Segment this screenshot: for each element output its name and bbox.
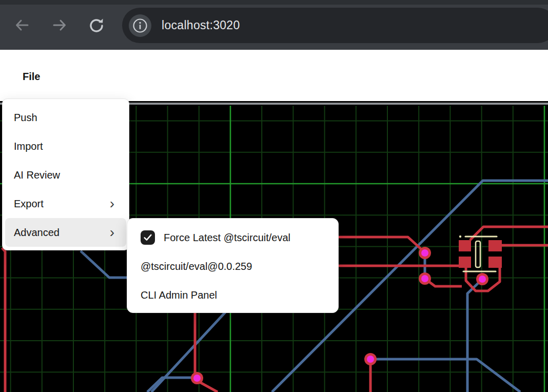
browser-toolbar: localhost:3020 xyxy=(0,0,548,50)
silkscreen-dot xyxy=(459,236,461,238)
menu-item-import[interactable]: Import xyxy=(5,132,126,161)
site-info-button[interactable] xyxy=(129,14,151,37)
menu-item-push[interactable]: Push xyxy=(5,103,126,132)
submenu-item-cli-admin-panel[interactable]: CLI Admin Panel xyxy=(127,281,338,309)
menu-item-label: Advanced xyxy=(14,227,60,239)
submenu-item-label: @tscircuit/eval@0.0.259 xyxy=(141,261,252,272)
menu-item-advanced[interactable]: Advanced › xyxy=(5,218,126,247)
chevron-right-icon: › xyxy=(110,197,114,211)
info-icon xyxy=(132,18,148,33)
file-menu-button[interactable]: File xyxy=(23,71,40,83)
submenu-item-force-latest-eval[interactable]: Force Latest @tscircuit/eval xyxy=(127,223,338,252)
menu-item-label: Push xyxy=(14,112,37,124)
menu-item-label: AI Review xyxy=(14,169,60,181)
submenu-item-label: CLI Admin Panel xyxy=(141,289,217,301)
menu-item-label: Export xyxy=(14,198,44,210)
file-dropdown-menu: Push Import AI Review Export › Advanced … xyxy=(2,99,129,250)
back-icon[interactable] xyxy=(14,17,30,33)
url-bar[interactable]: localhost:3020 xyxy=(122,8,548,43)
smd-pad xyxy=(459,257,471,268)
via-center xyxy=(193,375,201,382)
chevron-right-icon: › xyxy=(110,225,114,240)
smd-pad xyxy=(459,240,471,251)
via-center xyxy=(479,276,486,283)
menu-item-label: Import xyxy=(14,141,43,152)
advanced-submenu: Force Latest @tscircuit/eval @tscircuit/… xyxy=(127,218,339,313)
smd-pad xyxy=(488,240,502,251)
submenu-item-eval-version[interactable]: @tscircuit/eval@0.0.259 xyxy=(127,252,338,281)
menu-item-export[interactable]: Export › xyxy=(5,189,126,218)
menu-item-ai-review[interactable]: AI Review xyxy=(5,161,126,189)
url-text: localhost:3020 xyxy=(162,8,240,43)
via-center xyxy=(421,249,428,257)
submenu-item-label: Force Latest @tscircuit/eval xyxy=(164,232,290,244)
forward-icon[interactable] xyxy=(52,17,67,33)
window-titlebar xyxy=(0,0,548,5)
via-center xyxy=(421,275,428,282)
refresh-icon[interactable] xyxy=(89,17,104,33)
via-center xyxy=(367,356,374,363)
smd-pad xyxy=(488,257,502,268)
checkbox-checked-icon[interactable] xyxy=(141,230,155,245)
